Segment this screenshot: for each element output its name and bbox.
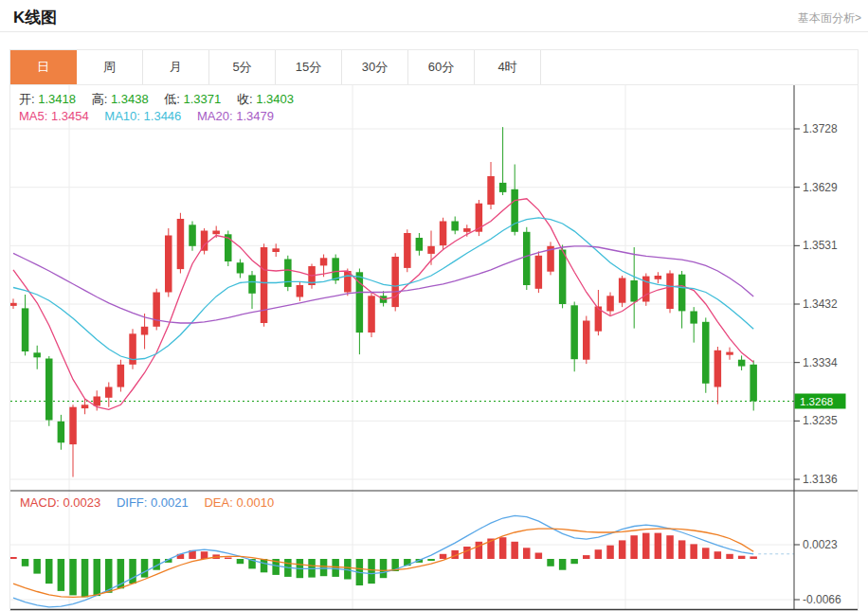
kline-chart-canvas[interactable]: 1.37281.36291.35311.34321.33341.32351.31… — [10, 85, 858, 611]
svg-text:1.3334: 1.3334 — [803, 356, 838, 369]
open-value: 1.3418 — [38, 92, 76, 106]
close-value: 1.3403 — [256, 92, 294, 106]
tab-day[interactable]: 日 — [10, 50, 77, 84]
close-label: 收: — [237, 92, 253, 106]
tab-15min[interactable]: 15分 — [276, 50, 342, 84]
svg-text:1.3432: 1.3432 — [803, 297, 838, 311]
kline-chart[interactable]: 1.37281.36291.35311.34321.33341.32351.31… — [10, 85, 858, 611]
page-title: K线图 — [13, 7, 57, 28]
svg-text:1.3268: 1.3268 — [800, 396, 833, 407]
tab-60min[interactable]: 60分 — [408, 50, 475, 84]
high-label: 高: — [92, 92, 108, 106]
macd-label: MACD: — [20, 495, 60, 510]
ohlc-legend: 开: 1.3418 高: 1.3438 低: 1.3371 收: 1.3403 — [19, 91, 306, 108]
svg-text:1.3629: 1.3629 — [803, 181, 838, 194]
low-label: 低: — [164, 92, 180, 106]
svg-text:1.3136: 1.3136 — [803, 473, 838, 486]
ma20-value: 1.3479 — [236, 109, 274, 123]
open-label: 开: — [19, 92, 35, 106]
ma5-label: MA5: — [19, 109, 47, 123]
macd-legend: MACD: 0.0023 DIFF: 0.0021 DEA: 0.0010 — [20, 495, 286, 510]
chart-panel: 日 周 月 5分 15分 30分 60分 4时 1.37281.36291.35… — [9, 49, 859, 611]
tab-5min[interactable]: 5分 — [209, 50, 276, 84]
dea-label: DEA: — [204, 495, 232, 510]
svg-text:-0.0066: -0.0066 — [803, 593, 841, 606]
ma20-label: MA20: — [197, 109, 233, 123]
tabbar-filler — [541, 50, 858, 84]
svg-text:0.0023: 0.0023 — [803, 538, 838, 551]
ma-legend: MA5: 1.3454 MA10: 1.3446 MA20: 1.3479 — [19, 109, 286, 123]
diff-value: 0.0021 — [151, 495, 189, 510]
svg-text:1.3531: 1.3531 — [803, 239, 838, 252]
svg-text:1.3728: 1.3728 — [803, 122, 838, 135]
ma10-value: 1.3446 — [144, 109, 182, 123]
macd-value: 0.0023 — [63, 495, 101, 510]
period-tabbar: 日 周 月 5分 15分 30分 60分 4时 — [10, 50, 858, 85]
diff-label: DIFF: — [117, 495, 148, 510]
high-value: 1.3438 — [111, 92, 149, 106]
dea-value: 0.0010 — [236, 495, 274, 510]
tab-month[interactable]: 月 — [143, 50, 209, 84]
tab-4hour[interactable]: 4时 — [475, 50, 541, 84]
kline-page: { "header": { "title": "K线图", "link": "基… — [0, 0, 868, 611]
ma5-value: 1.3454 — [51, 109, 89, 123]
tab-week[interactable]: 周 — [77, 50, 143, 84]
header-divider — [0, 31, 868, 32]
fundamental-analysis-link[interactable]: 基本面分析> — [798, 10, 861, 27]
tab-30min[interactable]: 30分 — [342, 50, 408, 84]
svg-text:1.3235: 1.3235 — [803, 414, 838, 427]
low-value: 1.3371 — [184, 92, 222, 106]
ma10-label: MA10: — [104, 109, 140, 123]
